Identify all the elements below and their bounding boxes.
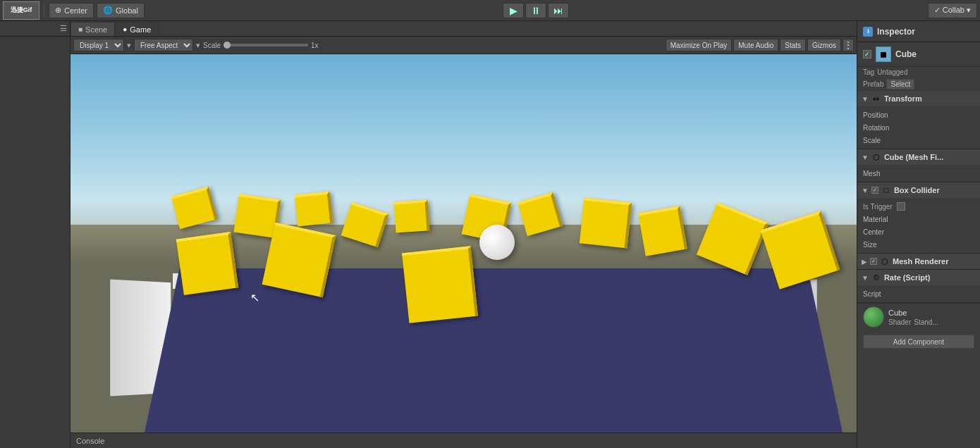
scale-label: Scale	[863, 137, 909, 144]
list-item	[402, 246, 478, 323]
console-label: Console	[76, 437, 104, 445]
tag-label: Tag	[863, 68, 874, 76]
scene-tab-label: Scene	[85, 25, 107, 34]
tag-value: Untagged	[877, 68, 907, 76]
playback-controls: ▶ ⏸ ⏭	[147, 3, 925, 18]
box-collider-header[interactable]: ▼ ✓ □ Box Collider	[857, 182, 980, 198]
rate-script-icon: ©	[871, 273, 881, 282]
sidebar-content	[0, 37, 70, 448]
sidebar-menu-icon[interactable]: ☰	[60, 24, 67, 33]
game-toolbar: Display 1 ▾ Free Aspect ▾ Scale 1x Maxim…	[71, 37, 857, 54]
scale-label: Scale	[203, 42, 221, 49]
mesh-renderer-arrow-icon: ▶	[862, 258, 867, 266]
collab-button[interactable]: ✓ Collab ▾	[928, 3, 977, 18]
mute-audio-button[interactable]: Mute Audio	[733, 39, 778, 51]
collider-material-row: Material	[863, 213, 974, 225]
tabs-row: ■ Scene ● Game	[71, 21, 857, 37]
list-item	[262, 223, 336, 297]
app-logo: 迅捷Gif	[3, 1, 39, 20]
box-collider-title: Box Collider	[894, 186, 940, 194]
inspector-header: ℹ Inspector	[857, 21, 980, 42]
display-select[interactable]: Display 1	[73, 39, 124, 51]
mesh-renderer-header[interactable]: ▶ ✓ ⬡ Mesh Renderer	[857, 254, 980, 269]
left-sidebar: ☰	[0, 21, 71, 448]
rate-script-section: ▼ © Rate (Script) Script	[857, 270, 980, 303]
top-toolbar: 迅捷Gif ⊕ Center 🌐 Global ▶ ⏸ ⏭ ✓ Collab ▾	[0, 0, 980, 21]
mesh-filter-section: ▼ ⬡ Cube (Mesh Fi... Mesh	[857, 149, 980, 182]
tab-scene[interactable]: ■ Scene	[71, 22, 115, 36]
separator	[44, 4, 44, 18]
collider-center-label: Center	[863, 228, 909, 236]
shader-label: Shader	[888, 318, 911, 326]
game-view[interactable]: ↖	[71, 54, 857, 433]
global-label: Global	[116, 6, 138, 15]
shader-value: Stand...	[914, 318, 938, 326]
global-button[interactable]: 🌐 Global	[97, 3, 145, 18]
gizmos-button[interactable]: Gizmos	[807, 39, 841, 51]
is-trigger-checkbox[interactable]	[897, 202, 905, 211]
mesh-filter-arrow-icon: ▼	[862, 154, 869, 161]
object-name: Cube	[895, 49, 917, 59]
box-collider-icon: □	[881, 185, 891, 195]
rate-script-header[interactable]: ▼ © Rate (Script)	[857, 270, 980, 285]
pause-button[interactable]: ⏸	[525, 3, 546, 18]
add-component-button[interactable]: Add Component	[863, 335, 974, 349]
sphere-object	[479, 225, 515, 260]
scale-bar: Scale 1x	[203, 42, 319, 49]
rotation-row: Rotation	[863, 121, 974, 134]
mesh-renderer-section: ▶ ✓ ⬡ Mesh Renderer	[857, 254, 980, 270]
is-trigger-row: Is Trigger	[863, 200, 974, 213]
material-name: Cube	[888, 309, 938, 317]
mesh-renderer-title: Mesh Renderer	[893, 257, 948, 266]
mesh-label: Mesh	[863, 170, 909, 178]
box-collider-arrow-icon: ▼	[862, 187, 869, 194]
scene-tab-icon: ■	[78, 25, 82, 33]
mesh-filter-title: Cube (Mesh Fi...	[884, 153, 943, 161]
prefab-row: Prefab Select	[857, 77, 980, 91]
transform-body: Position Rotation Scale	[857, 106, 980, 149]
play-button[interactable]: ▶	[503, 3, 524, 18]
list-item	[638, 206, 687, 256]
object-enabled-checkbox[interactable]: ✓	[863, 50, 871, 58]
maximize-on-play-button[interactable]: Maximize On Play	[666, 39, 733, 51]
script-row: Script	[863, 287, 974, 300]
aspect-select[interactable]: Free Aspect	[134, 39, 193, 51]
transform-section-header[interactable]: ▼ ⇔ Transform	[857, 91, 980, 106]
list-item	[295, 192, 333, 227]
stats-button[interactable]: Stats	[780, 39, 806, 51]
mesh-filter-header[interactable]: ▼ ⬡ Cube (Mesh Fi...	[857, 149, 980, 165]
prefab-select-button[interactable]: Select	[886, 79, 914, 89]
center-icon: ⊕	[55, 6, 61, 15]
box-collider-section: ▼ ✓ □ Box Collider Is Trigger Material C…	[857, 182, 980, 254]
material-row: Cube Shader Stand...	[857, 303, 980, 330]
tab-game[interactable]: ● Game	[115, 22, 159, 36]
game-tab-icon: ●	[123, 25, 127, 33]
list-item	[394, 199, 430, 232]
transform-title: Transform	[884, 94, 922, 103]
console-bar[interactable]: Console	[71, 433, 857, 448]
list-item	[580, 198, 632, 249]
rotation-label: Rotation	[863, 124, 909, 132]
mesh-renderer-enabled-checkbox[interactable]: ✓	[870, 258, 877, 265]
is-trigger-label: Is Trigger	[863, 203, 893, 211]
box-collider-enabled-checkbox[interactable]: ✓	[871, 187, 878, 194]
position-label: Position	[863, 111, 909, 119]
overflow-button[interactable]: ⋮	[843, 39, 854, 51]
scene-canvas: ↖	[71, 54, 857, 433]
scale-slider[interactable]	[223, 44, 308, 46]
step-button[interactable]: ⏭	[548, 3, 569, 18]
collider-size-row: Size	[863, 238, 974, 251]
object-type-icon: ◼	[876, 46, 891, 62]
mesh-filter-body: Mesh	[857, 165, 980, 182]
mesh-renderer-icon: ⬡	[880, 256, 890, 266]
pause-icon: ⏸	[531, 5, 541, 16]
inspector-object: ✓ ◼ Cube	[857, 42, 980, 67]
sidebar-toolbar: ☰	[0, 21, 70, 37]
center-button[interactable]: ⊕ Center	[49, 3, 94, 18]
material-preview-ball	[863, 306, 884, 328]
right-panel: ℹ Inspector ✓ ◼ Cube Tag Untagged Prefab…	[857, 21, 980, 448]
box-collider-body: Is Trigger Material Center Size	[857, 198, 980, 253]
collider-material-label: Material	[863, 216, 909, 223]
position-row: Position	[863, 108, 974, 121]
rate-script-body: Script	[857, 285, 980, 302]
